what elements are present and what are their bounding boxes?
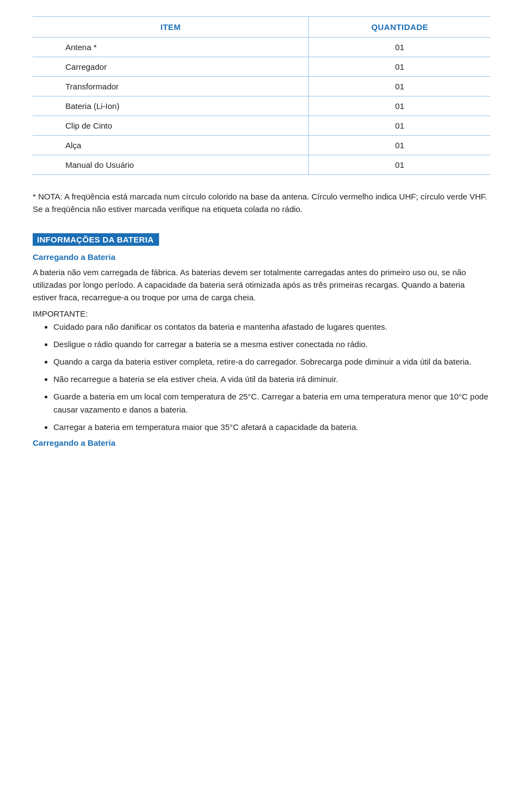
col-qty-header: QUANTIDADE — [309, 17, 490, 38]
table-cell-qty: 01 — [309, 77, 490, 96]
battery-intro-text: A bateria não vem carregada de fábrica. … — [33, 266, 490, 304]
charging-heading-2: Carregando a Bateria — [33, 438, 490, 447]
table-cell-qty: 01 — [309, 57, 490, 77]
col-item-header: ITEM — [33, 17, 309, 38]
table-row: Carregador01 — [33, 57, 490, 77]
table-row: Bateria (Li-Ion)01 — [33, 96, 490, 116]
table-cell-item: Bateria (Li-Ion) — [33, 96, 309, 116]
list-item: Carregar a bateria em temperatura maior … — [53, 421, 490, 434]
important-bullets: Cuidado para não danificar os contatos d… — [53, 320, 490, 434]
important-label: IMPORTANTE: — [33, 309, 490, 318]
table-cell-qty: 01 — [309, 136, 490, 155]
item-quantity-table: ITEM QUANTIDADE Antena *01Carregador01Tr… — [33, 16, 490, 175]
table-row: Antena *01 — [33, 38, 490, 57]
list-item: Não recarregue a bateria se ela estiver … — [53, 373, 490, 386]
table-cell-qty: 01 — [309, 96, 490, 116]
table-cell-qty: 01 — [309, 155, 490, 175]
note-text: * NOTA: A freqüência está marcada num cí… — [33, 192, 487, 214]
table-cell-qty: 01 — [309, 116, 490, 136]
table-cell-item: Manual do Usuário — [33, 155, 309, 175]
table-cell-item: Carregador — [33, 57, 309, 77]
table-row: Alça01 — [33, 136, 490, 155]
table-cell-item: Alça — [33, 136, 309, 155]
note-section: * NOTA: A freqüência está marcada num cí… — [33, 190, 490, 216]
list-item: Guarde a bateria em um local com tempera… — [53, 390, 490, 416]
table-row: Manual do Usuário01 — [33, 155, 490, 175]
table-cell-qty: 01 — [309, 38, 490, 57]
list-item: Quando a carga da bateria estiver comple… — [53, 355, 490, 368]
table-row: Transformador01 — [33, 77, 490, 96]
table-cell-item: Transformador — [33, 77, 309, 96]
battery-section: INFORMAÇÕES DA BATERIA Carregando a Bate… — [33, 229, 490, 448]
list-item: Cuidado para não danificar os contatos d… — [53, 320, 490, 334]
table-row: Clip de Cinto01 — [33, 116, 490, 136]
charging-heading-1: Carregando a Bateria — [33, 252, 490, 262]
table-cell-item: Clip de Cinto — [33, 116, 309, 136]
table-cell-item: Antena * — [33, 38, 309, 57]
list-item: Desligue o rádio quando for carregar a b… — [53, 338, 490, 351]
battery-section-heading: INFORMAÇÕES DA BATERIA — [33, 233, 159, 246]
